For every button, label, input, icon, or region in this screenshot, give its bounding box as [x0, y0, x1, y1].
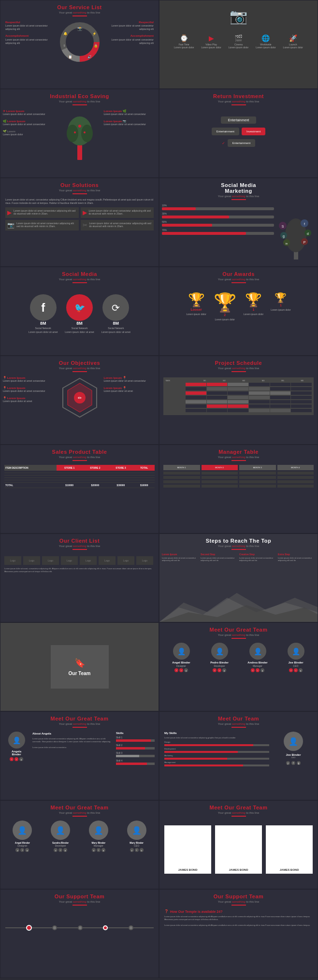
member-1-name: Angel Binder — [163, 661, 199, 664]
total-label: TOTAL — [4, 483, 57, 488]
timeline-dot-5 — [129, 925, 133, 930]
twitter-label: Social Network — [65, 327, 94, 330]
sch-month-3: M3 — [234, 379, 253, 382]
solutions-underline — [72, 193, 87, 194]
p2-s3[interactable]: g — [63, 848, 67, 852]
gantt-cell-5-2 — [228, 404, 248, 408]
obj-item-4-text: Lorem ipsum dolor sit amet consectetur — [104, 379, 157, 382]
m1-social-2[interactable]: t — [179, 668, 183, 672]
award-label-3: Lorem ipsum dolor — [244, 313, 263, 316]
gantt-cell-5-4 — [270, 404, 291, 408]
gantt-cell-5-1 — [207, 404, 228, 408]
svg-text:⚡: ⚡ — [92, 31, 96, 36]
p4-s1[interactable]: y — [130, 848, 134, 852]
p4-s3[interactable]: g — [140, 848, 144, 852]
gantt-cell-6-4 — [270, 409, 291, 412]
p3-s3[interactable]: g — [101, 848, 105, 852]
service-right: Respectful Lorem ipsum dolor sit amet co… — [106, 20, 154, 64]
p1-s3[interactable]: g — [25, 848, 29, 852]
gantt-cell-1-1 — [207, 387, 228, 390]
meet-our-team-underline — [231, 727, 246, 728]
photo-4-avatar: 👤 — [127, 821, 146, 840]
sch-col-months: M1 M2 M3 M4 M5 M6 — [195, 379, 312, 382]
return-subtitle: Your great something to this line — [159, 100, 318, 103]
angela-social-2[interactable]: t — [14, 757, 18, 761]
award-rank-4: 1 — [271, 303, 290, 307]
schedule-underline — [231, 371, 246, 372]
eco-item-4-text: Lorem ipsum dolor sit amet consectetur — [104, 113, 157, 115]
gantt-cell-6-1 — [207, 409, 228, 412]
launch-desc: Lorem ipsum dolor — [283, 46, 303, 49]
timeline-line-2 — [32, 927, 53, 928]
m3-social-1[interactable]: f — [251, 668, 255, 672]
investment-box-center: Investment — [242, 128, 265, 135]
step-item-3: Creative Step Lorem ipsum dolor sit amet… — [239, 553, 276, 562]
skill-4-bg — [116, 763, 155, 765]
p2-s1[interactable]: y — [54, 848, 58, 852]
angela-social-1[interactable]: f — [10, 757, 14, 761]
m2-social-3[interactable]: g — [222, 668, 226, 672]
m3-social-3[interactable]: g — [260, 668, 264, 672]
m3-social-2[interactable]: t — [256, 668, 260, 672]
m4-social-2[interactable]: t — [294, 668, 298, 672]
m4-social-1[interactable]: f — [289, 668, 293, 672]
gantt-cell-3-1 — [207, 396, 228, 399]
slide-team-photos: Meet Our Great Team Your great something… — [0, 800, 159, 889]
investment-middle: Entertainment Investment — [212, 128, 266, 135]
slide-angela: Meet Our Great Team Your great something… — [0, 711, 159, 800]
p3-s2[interactable]: f — [97, 848, 101, 852]
mot-skill-item-2: Development — [164, 748, 269, 750]
sales-content: ITEM DESCRIPTION STORE 1 STORE 2 STORE 3… — [0, 462, 159, 490]
angela-social-3[interactable]: g — [19, 757, 23, 761]
smm-content: 10% 30% 50% 70% — [159, 202, 318, 264]
obj-item-2: 📍 Lorem Ipsum Lorem ipsum dolor sit amet… — [3, 386, 56, 392]
sol-item-1-text: Lorem ipsum dolor sit amet consectetur a… — [14, 209, 77, 215]
m2-social-1[interactable]: f — [213, 668, 217, 672]
p1-s2[interactable]: f — [20, 848, 24, 852]
team-box: 🔖 Our Team — [51, 645, 109, 689]
gantt-cell-1-0 — [186, 387, 206, 390]
manager-subtitle: Your great something to this line — [159, 456, 318, 459]
smm-tree: f d P S g in — [276, 204, 315, 262]
gantt-cell-4-4 — [270, 400, 291, 404]
p4-s2[interactable]: f — [135, 848, 139, 852]
investment-box-bottom: Entertainment — [228, 139, 255, 147]
obj-item-5-text: Lorem ipsum dolor sit amet — [104, 389, 157, 392]
slide-support-timeline: Our Support Team Your great something to… — [0, 889, 159, 978]
smm-bar-4-bg — [162, 232, 274, 235]
slide-support-text: Our Support Team Your great something to… — [159, 889, 318, 978]
svg-rect-10 — [77, 145, 82, 160]
angela-social: f t g — [4, 757, 29, 761]
p1-s1[interactable]: y — [15, 848, 19, 852]
support-question: ❓ How Our Temple is available 24? — [164, 909, 313, 913]
skill-3-label: Skill 3 — [116, 751, 155, 754]
gantt-bars-6 — [186, 409, 312, 412]
gantt-cell-6-3 — [249, 409, 270, 412]
client-logo-4: Logo — [61, 556, 78, 565]
mot-social-2[interactable]: f — [291, 761, 295, 765]
icon-cinema: 🎬 Cinema Lorem ipsum dolor — [229, 34, 248, 49]
skill-2-fill — [116, 747, 145, 749]
mgr-cell-4-3 — [239, 485, 276, 488]
sales-table: ITEM DESCRIPTION STORE 1 STORE 2 STORE 3… — [4, 465, 155, 488]
photo-1-role: Designer — [5, 844, 40, 847]
p3-s1[interactable]: y — [92, 848, 96, 852]
smm-bar-3-label: 50% — [162, 220, 274, 223]
gantt-cell-2-1 — [207, 391, 228, 395]
twitter-circle: 🐦 — [66, 294, 93, 321]
skill-1-bg — [116, 739, 155, 742]
p2-s2[interactable]: f — [58, 848, 62, 852]
client-logo-7: Logo — [117, 556, 134, 565]
schedule-content: TASK M1 M2 M3 M4 M5 M6 — [159, 374, 318, 418]
white-box-2: JAMES BOND — [215, 825, 262, 874]
question-icon: ❓ — [164, 909, 169, 913]
mgr-header: MONTH 1 MONTH 2 MONTH 3 MONTH 4 — [163, 465, 314, 470]
slide-camera: 📷 ⌚ Fast Time Lorem ipsum dolor ▶ Video … — [159, 0, 318, 89]
mot-social-3[interactable]: g — [297, 761, 301, 765]
m2-social-2[interactable]: t — [217, 668, 221, 672]
m1-social-3[interactable]: g — [184, 668, 188, 672]
skill-bar-1: Skill 1 — [116, 736, 155, 742]
m4-social-3[interactable]: g — [299, 668, 303, 672]
mot-social-1[interactable]: y — [286, 761, 290, 765]
m1-social-1[interactable]: f — [174, 668, 178, 672]
